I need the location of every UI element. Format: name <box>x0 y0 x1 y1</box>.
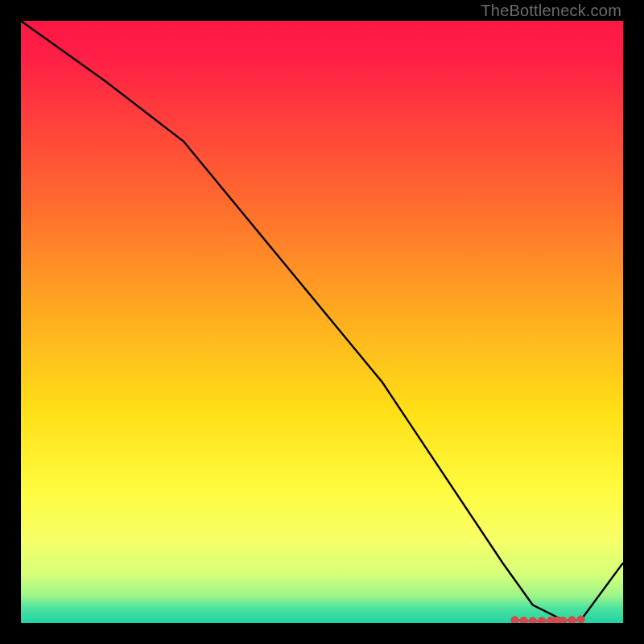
chart-frame: TheBottleneck.com <box>0 0 644 644</box>
chart-svg <box>21 21 623 623</box>
watermark-text: TheBottleneck.com <box>481 2 621 20</box>
plot-area <box>21 21 623 623</box>
gradient-background <box>21 21 623 623</box>
